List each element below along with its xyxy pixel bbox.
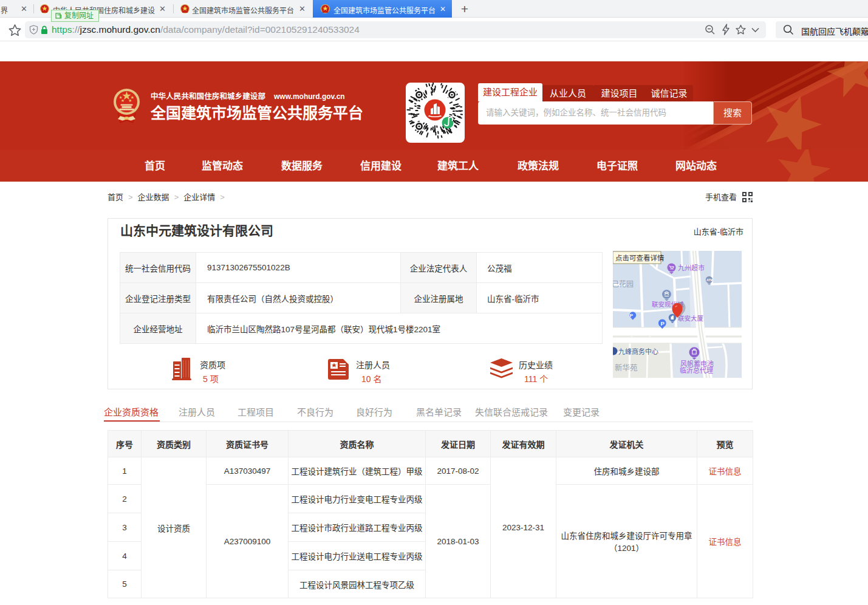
svg-text:新华苑: 新华苑 [615, 363, 638, 372]
svg-text:临沂总代理: 临沂总代理 [680, 366, 713, 374]
svg-text:九州超市: 九州超市 [678, 264, 705, 272]
svg-text:ATM: ATM [706, 278, 713, 282]
svg-text:己花园: 己花园 [613, 279, 634, 289]
svg-text:联安大厦: 联安大厦 [678, 315, 703, 322]
svg-text:P: P [661, 320, 665, 327]
svg-text:点击可查看详情: 点击可查看详情 [615, 254, 665, 262]
svg-text:九峰商务中心: 九峰商务中心 [618, 347, 658, 355]
svg-text:P: P [630, 313, 634, 318]
